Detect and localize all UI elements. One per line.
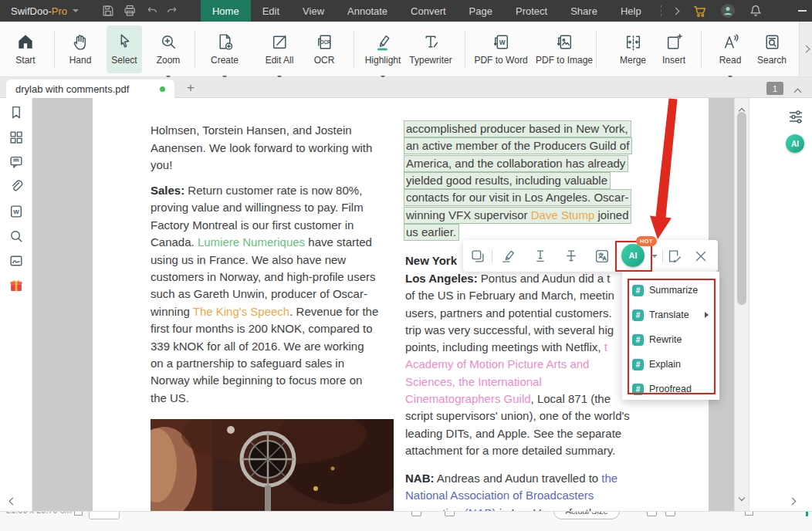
zoom-level-dropdown[interactable]: Actual Size: [553, 511, 620, 519]
text-line: of the US in February and March, meetin: [405, 287, 630, 304]
menu-home[interactable]: Home: [201, 0, 251, 22]
menu-annotate[interactable]: Annotate: [336, 0, 399, 22]
link-ampas[interactable]: Academy of Motion Picture Arts and: [405, 356, 630, 373]
document-tab[interactable]: drylab with comments.pdf: [6, 79, 174, 98]
text-line: Sales: Return customer rate is now 80%,: [151, 182, 378, 199]
ai-dropdown-caret-icon[interactable]: [651, 255, 658, 258]
note-icon[interactable]: [665, 247, 684, 266]
ribbon-pdf-to-image-button[interactable]: PDF to Image: [529, 25, 599, 73]
menu-help[interactable]: Help: [609, 0, 653, 22]
ribbon-pdf-to-word-button[interactable]: W PDF to Word: [466, 25, 536, 73]
menu-edit[interactable]: Edit: [251, 0, 291, 22]
highlighted-line: us earlier.: [404, 224, 632, 241]
view-settings-sliders-icon[interactable]: [787, 107, 805, 129]
translate-icon[interactable]: [593, 247, 611, 266]
link-dave-stump[interactable]: Dave Stump: [531, 208, 595, 222]
search-panel-button[interactable]: [8, 228, 24, 244]
highlighter-icon[interactable]: [499, 247, 518, 266]
collapse-left-panel-button[interactable]: [10, 493, 15, 507]
svg-text:W: W: [13, 208, 19, 215]
red-pointer-arrow: [645, 94, 685, 242]
menu-item-rewrite[interactable]: #Rewrite: [622, 330, 719, 350]
ai-assistant-button[interactable]: AI: [786, 134, 804, 153]
text-line: proving value and willingness to pay. Fi…: [151, 199, 378, 216]
word-export-panel-button[interactable]: W: [8, 204, 24, 219]
account-icon[interactable]: [718, 2, 738, 19]
title-bar: SwifDoo-Pro Home Edit View Annotate Conv…: [0, 0, 812, 22]
scrollbar-thumb[interactable]: [737, 112, 746, 305]
vertical-scrollbar[interactable]: [734, 98, 749, 511]
menu-item-proofread[interactable]: #Proofread: [622, 379, 719, 399]
menu-overflow-chevron-icon[interactable]: [670, 2, 682, 19]
text-line: you!: [151, 157, 372, 174]
link-ampas[interactable]: Sciences, the International: [405, 374, 630, 391]
view-mode-control-partial[interactable]: [647, 511, 657, 516]
bookmarks-panel-button[interactable]: [8, 105, 24, 120]
ai-sparkle-icon: #: [632, 285, 644, 296]
text-line: first four months is 200 kNOK, compared …: [151, 320, 378, 337]
thumbnails-panel-button[interactable]: [8, 130, 24, 145]
app-menu-caret-icon[interactable]: [73, 9, 79, 12]
menu-protect[interactable]: Protect: [504, 0, 559, 22]
gift-promo-icon[interactable]: [8, 278, 24, 293]
text-line: Holmsen, Torstein Hansen, and Jostein: [151, 122, 372, 140]
fullscreen-control-partial[interactable]: [745, 511, 753, 516]
nav-control-partial[interactable]: [74, 511, 83, 516]
menu-view[interactable]: View: [291, 0, 336, 22]
new-tab-button[interactable]: +: [182, 80, 199, 96]
search-document-icon: [737, 25, 807, 52]
text-line: convention (NAB) in Las Vegas for three: [405, 505, 617, 511]
text-line: Cinematographers Guild, Local 871 (the: [405, 391, 630, 408]
ai-sparkle-icon: #: [632, 384, 644, 395]
nav-control-partial[interactable]: [411, 511, 421, 516]
strikethrough-icon[interactable]: [562, 247, 580, 266]
scroll-down-arrow-icon[interactable]: [739, 489, 744, 503]
ribbon-typewriter-button[interactable]: Typewriter: [396, 25, 465, 73]
link-cinematographers-guild[interactable]: Cinematographers Guild: [405, 392, 531, 405]
menu-item-summarize[interactable]: #Summarize: [622, 280, 719, 300]
selection-floating-toolbar: AI: [463, 240, 718, 272]
close-icon[interactable]: [692, 247, 710, 266]
undo-button[interactable]: [144, 2, 158, 19]
nav-control-partial[interactable]: [445, 511, 455, 516]
collapse-toolbar-chevron-icon[interactable]: [795, 84, 800, 98]
comments-panel-button[interactable]: [8, 154, 24, 170]
svg-text:OCR: OCR: [320, 39, 331, 45]
save-button[interactable]: [101, 2, 115, 19]
signature-panel-button[interactable]: [8, 253, 24, 269]
text-line: trip was very successful, with several h…: [405, 322, 630, 339]
cart-icon[interactable]: [690, 2, 710, 19]
menu-convert[interactable]: Convert: [399, 0, 458, 22]
text-line: winning The King's Speech. Revenue for t…: [151, 303, 378, 320]
text-line: NAB: Andreas and Audun travelled to the: [405, 470, 617, 487]
attachments-panel-button[interactable]: [8, 179, 24, 194]
ribbon-hand-button[interactable]: Hand: [46, 25, 115, 73]
highlighted-line: contacts for our visit in Los Angeles. O…: [404, 189, 632, 206]
link-nab[interactable]: the: [601, 472, 617, 485]
menu-item-translate[interactable]: #Translate: [622, 305, 719, 325]
link-kings-speech[interactable]: The King's Speech: [193, 305, 289, 318]
typewriter-icon: [396, 25, 465, 52]
underline-icon[interactable]: [531, 247, 550, 266]
link-nab[interactable]: National Association of Broadcasters: [405, 487, 617, 504]
expand-right-panel-button[interactable]: [790, 493, 795, 507]
divider: [661, 5, 661, 16]
copy-icon[interactable]: [469, 247, 487, 266]
menu-share[interactable]: Share: [559, 0, 609, 22]
view-mode-control-partial[interactable]: [665, 511, 675, 516]
paragraph-los-angeles: Los Angeles: Pontus and Audun did a t of…: [405, 270, 630, 459]
text-line: the US.: [151, 390, 378, 407]
print-button[interactable]: [123, 2, 137, 19]
divider: [465, 31, 465, 68]
divider: [662, 249, 663, 263]
page-input-partial[interactable]: [89, 511, 120, 519]
menu-item-explain[interactable]: #Explain: [622, 354, 719, 374]
app-edition: Pro: [52, 5, 67, 17]
ribbon-expand-button[interactable]: [799, 22, 812, 76]
window-minimize-button[interactable]: [791, 0, 812, 22]
notification-bell-icon[interactable]: [746, 2, 766, 19]
redo-button[interactable]: [166, 2, 180, 19]
ribbon-search-button[interactable]: Search: [737, 25, 807, 73]
menu-page[interactable]: Page: [458, 0, 504, 22]
link-lumiere-numeriques[interactable]: Lumiere Numeriques: [198, 235, 305, 249]
